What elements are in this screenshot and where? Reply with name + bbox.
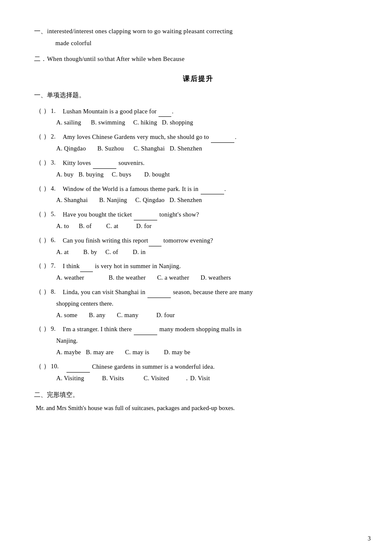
section-two-line1: 二．When though/until so/that After while … bbox=[34, 53, 362, 65]
paren-close-7: ） bbox=[43, 260, 50, 272]
question-4-line: （ ） 4. Window of the World is a famous t… bbox=[34, 183, 362, 195]
blank-6 bbox=[149, 234, 161, 246]
part-two-text: Mr. and Mrs Smith's house was full of su… bbox=[34, 402, 362, 414]
paren-4: （ bbox=[34, 183, 43, 194]
blank-1 bbox=[159, 105, 171, 117]
question-9: （ ） 9. I'm a stranger. I think there man… bbox=[34, 323, 362, 358]
question-3-line: （ ） 3. Kitty loves souvenirs. bbox=[34, 157, 362, 169]
blank-7 bbox=[80, 260, 93, 272]
q9-text: I'm a stranger. I think there many moder… bbox=[63, 323, 362, 335]
question-1: （ ） 1. Lushan Mountain is a good place f… bbox=[34, 105, 362, 129]
question-8-line: （ ） 8. Linda, you can visit Shanghai in … bbox=[34, 286, 362, 298]
paren-10: （ bbox=[34, 361, 43, 372]
num-9: 9. bbox=[51, 323, 63, 335]
question-6: （ ） 6. Can you finish writing this repor… bbox=[34, 234, 362, 258]
q4-options: A. Shanghai B. Nanjing C. Qingdao D. She… bbox=[34, 194, 362, 206]
after-divider-title: 课后提升 bbox=[183, 75, 213, 82]
q3-text: Kitty loves souvenirs. bbox=[63, 157, 362, 169]
q10-options: A. Visiting B. Visits C. Visited ．D. Vis… bbox=[34, 373, 362, 384]
part-one-label: 一、单项选择题。 bbox=[34, 91, 362, 99]
q10-text: Chinese gardens in summer is a wonderful… bbox=[66, 361, 362, 373]
q6-options: A. at B. by C. of D. in bbox=[34, 246, 362, 258]
part-two-label: 二、完形填空。 bbox=[34, 391, 362, 399]
q5-options: A. to B. of C. at D. for bbox=[34, 220, 362, 232]
question-10: （ ） 10. Chinese gardens in summer is a w… bbox=[34, 361, 362, 384]
question-7: （ ） 7. I think is very hot in summer in … bbox=[34, 260, 362, 283]
question-5: （ ） 5. Have you bought the ticket tonigh… bbox=[34, 208, 362, 232]
q2-options: A. Qingdao B. Suzhou C. Shanghai D. Shen… bbox=[34, 143, 362, 154]
num-10: 10. bbox=[51, 361, 66, 372]
q7-options: A. weather B. the weather C. a weather D… bbox=[34, 272, 362, 283]
paren-7: （ bbox=[34, 260, 43, 272]
num-7: 7. bbox=[51, 260, 63, 272]
blank-3 bbox=[93, 157, 116, 169]
section-one-line2: made colorful bbox=[34, 38, 362, 49]
blank-4 bbox=[201, 183, 224, 195]
q2-text: Amy loves Chinese Gardens very much, she… bbox=[63, 131, 362, 143]
section-two-header: 二．When though/until so/that After while … bbox=[34, 53, 362, 65]
question-2-line: （ ） 2. Amy loves Chinese Gardens very mu… bbox=[34, 131, 362, 143]
q8-text-continued: shopping centers there. bbox=[34, 298, 362, 309]
num-2: 2. bbox=[51, 131, 63, 142]
q1-text: Lushan Mountain is a good place for . bbox=[63, 105, 362, 117]
paren-close-3: ） bbox=[43, 157, 50, 168]
blank-2 bbox=[211, 131, 234, 143]
q4-text: Window of the World is a famous theme pa… bbox=[63, 183, 362, 195]
q1-options: A. sailing B. swimming C. hiking D. shop… bbox=[34, 117, 362, 128]
paren-5: （ bbox=[34, 208, 43, 220]
question-6-line: （ ） 6. Can you finish writing this repor… bbox=[34, 234, 362, 246]
question-2: （ ） 2. Amy loves Chinese Gardens very mu… bbox=[34, 131, 362, 154]
question-7-line: （ ） 7. I think is very hot in summer in … bbox=[34, 260, 362, 272]
q5-text: Have you bought the ticket tonight's sho… bbox=[63, 208, 362, 220]
num-4: 4. bbox=[51, 183, 63, 194]
paren-close-2: ） bbox=[43, 131, 50, 142]
num-6: 6. bbox=[51, 234, 63, 246]
paren-2: （ bbox=[34, 131, 43, 142]
q8-text: Linda, you can visit Shanghai in season,… bbox=[63, 286, 362, 298]
num-8: 8. bbox=[51, 286, 63, 298]
paren-close-9: ） bbox=[43, 323, 50, 335]
paren-close-4: ） bbox=[43, 183, 50, 194]
question-10-line: （ ） 10. Chinese gardens in summer is a w… bbox=[34, 361, 362, 373]
paren-9: （ bbox=[34, 323, 43, 335]
q9-options: A. maybe B. may are C. may is D. may be bbox=[34, 347, 362, 358]
paren-close-6: ） bbox=[43, 234, 50, 246]
question-3: （ ） 3. Kitty loves souvenirs. A. buy B. … bbox=[34, 157, 362, 180]
page-number: 3 bbox=[368, 535, 371, 542]
question-9-line: （ ） 9. I'm a stranger. I think there man… bbox=[34, 323, 362, 335]
paren-1: （ bbox=[34, 105, 43, 117]
question-1-line: （ ） 1. Lushan Mountain is a good place f… bbox=[34, 105, 362, 117]
q7-text: I think is very hot in summer in Nanjing… bbox=[63, 260, 362, 272]
paren-8: （ bbox=[34, 286, 43, 298]
paren-3: （ bbox=[34, 157, 43, 168]
paren-close-1: ） bbox=[43, 105, 50, 117]
num-3: 3. bbox=[51, 157, 63, 168]
paren-close-10: ） bbox=[43, 361, 50, 372]
paren-close-8: ） bbox=[43, 286, 50, 298]
divider-section: 课后提升 bbox=[34, 75, 362, 84]
q6-text: Can you finish writing this report tomor… bbox=[63, 234, 362, 246]
blank-10 bbox=[66, 361, 90, 373]
question-4: （ ） 4. Window of the World is a famous t… bbox=[34, 183, 362, 206]
paren-6: （ bbox=[34, 234, 43, 246]
q9-text-continued: Nanjing. bbox=[34, 335, 362, 347]
section-one-line1: 一、interested/interest ones clapping worn… bbox=[34, 26, 362, 38]
blank-8 bbox=[147, 286, 171, 298]
question-8: （ ） 8. Linda, you can visit Shanghai in … bbox=[34, 286, 362, 321]
blank-5 bbox=[134, 208, 157, 220]
q8-options: A. some B. any C. many D. four bbox=[34, 309, 362, 321]
q3-options: A. buy B. buying C. buys D. bought bbox=[34, 169, 362, 180]
blank-9 bbox=[134, 323, 157, 335]
section-one-header: 一、interested/interest ones clapping worn… bbox=[34, 26, 362, 49]
paren-close-5: ） bbox=[43, 208, 50, 220]
num-1: 1. bbox=[51, 105, 63, 117]
num-5: 5. bbox=[51, 208, 63, 220]
question-5-line: （ ） 5. Have you bought the ticket tonigh… bbox=[34, 208, 362, 220]
